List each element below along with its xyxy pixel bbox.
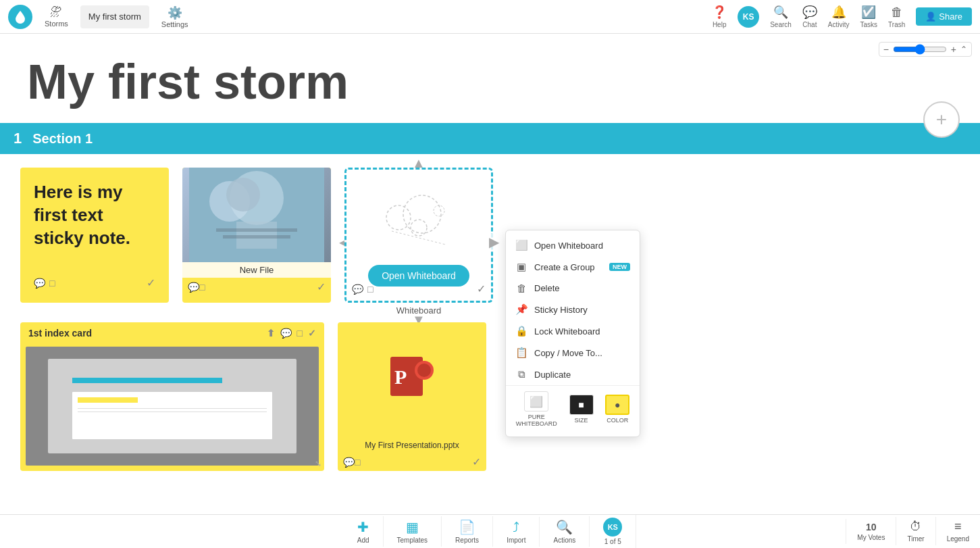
trash-icon: 🗑 [891, 5, 903, 20]
zoom-bar: − + ⌃ [879, 42, 972, 57]
pptx-attach-icon: □ [355, 457, 360, 468]
navbar: ⛈ Storms My first storm ⚙️ Settings ❓ He… [0, 0, 980, 34]
zoom-out-button[interactable]: − [883, 44, 889, 55]
check-icon: ✓ [147, 276, 155, 289]
svg-point-11 [434, 205, 444, 216]
lock-icon: 🔒 [515, 325, 527, 337]
toolbar-add[interactable]: ✚ Add [344, 516, 384, 547]
tasks-button[interactable]: ☑️ Tasks [860, 5, 878, 28]
sticky-text: Here is my first text sticky note. [34, 181, 155, 249]
duplicate-icon: ⧉ [515, 368, 527, 380]
size-tool[interactable]: ■ SIZE [569, 395, 594, 424]
app-logo[interactable] [8, 5, 32, 29]
index-label: 1st index card [28, 328, 92, 339]
add-circle-button[interactable]: + [923, 101, 960, 138]
menu-create-group[interactable]: ▣ Create a Group NEW [506, 256, 640, 278]
attach-icon: □ [49, 278, 55, 289]
index-preview-inner [48, 359, 297, 454]
menu-copy-move[interactable]: 📋 Copy / Move To... [506, 342, 640, 364]
delete-label: Delete [534, 283, 560, 293]
size-label: SIZE [574, 417, 588, 424]
pptx-logo: P [385, 353, 439, 407]
idx-comment-icon: 💬 [280, 328, 292, 339]
storms-nav[interactable]: ⛈ Storms [38, 3, 75, 30]
color-label: COLOR [607, 417, 628, 424]
menu-open-whiteboard[interactable]: ⬜ Open Whiteboard [506, 234, 640, 256]
resize-handle[interactable]: ⤡ [315, 459, 321, 468]
timer-button[interactable]: ⏱ Timer [896, 517, 935, 545]
legend-label: Legend [947, 535, 969, 543]
legend-button[interactable]: ≡ Legend [935, 517, 980, 545]
tasks-icon: ☑️ [861, 5, 876, 20]
help-button[interactable]: ❓ Help [712, 5, 727, 28]
idx-check-icon: ✓ [308, 328, 316, 339]
menu-lock-whiteboard[interactable]: 🔒 Lock Whiteboard [506, 320, 640, 342]
whiteboard-preview [346, 184, 491, 265]
main-canvas: − + ⌃ + My first storm 1 Section 1 Here … [0, 34, 980, 514]
pure-wb-icon-box: ⬜ [524, 391, 548, 412]
toolbar-reports[interactable]: 📄 Reports [442, 516, 493, 547]
cards-area: Here is my first text sticky note. 💬 □ ✓ [0, 154, 980, 329]
pptx-label: My First Presentation.pptx [338, 438, 486, 453]
toolbar-import[interactable]: ⤴ Import [493, 517, 540, 547]
wb-check-icon: ✓ [477, 282, 486, 295]
index-header: 1st index card ⬆ 💬 □ ✓ [20, 322, 324, 344]
toolbar-user[interactable]: KS 1 of 5 [590, 515, 636, 548]
user-avatar[interactable]: KS [738, 6, 759, 28]
delete-icon: 🗑 [515, 282, 527, 294]
sticky-history-label: Sticky History [534, 305, 588, 315]
menu-sticky-history[interactable]: 📌 Sticky History [506, 299, 640, 320]
chat-button[interactable]: 💬 Chat [802, 5, 817, 28]
page-title: My first storm [0, 34, 980, 123]
share-button[interactable]: 👤 Share [916, 7, 972, 26]
preview-blue-bar [72, 378, 222, 383]
current-tab[interactable]: My first storm [80, 5, 149, 28]
menu-duplicate[interactable]: ⧉ Duplicate [506, 364, 640, 385]
svg-line-10 [392, 231, 446, 245]
preview-white-box [72, 392, 272, 439]
file-card[interactable]: New File 💬 □ ✓ [182, 168, 331, 303]
toolbar-templates[interactable]: ▦ Templates [384, 516, 442, 547]
pptx-check-icon: ✓ [472, 455, 481, 468]
color-tool[interactable]: ● COLOR [605, 395, 629, 424]
svg-point-4 [226, 178, 260, 211]
arrow-right[interactable]: ▶ [485, 233, 502, 251]
index-preview [26, 347, 319, 466]
add-icon: ✚ [357, 519, 369, 535]
section-number: 1 [14, 130, 22, 147]
size-icon-box: ■ [569, 395, 594, 415]
toolbar-actions[interactable]: 🔍 Actions [540, 516, 590, 547]
my-votes-button[interactable]: 10 My Votes [846, 519, 896, 544]
menu-bottom-tools: ⬜ PUREWHITEBOARD ■ SIZE ● COLOR [506, 385, 640, 432]
activity-icon: 🔔 [831, 5, 846, 20]
zoom-expand[interactable]: ⌃ [960, 45, 967, 54]
file-comment-icon: 💬 [188, 282, 199, 293]
duplicate-label: Duplicate [534, 370, 571, 380]
trash-button[interactable]: 🗑 Trash [888, 5, 905, 28]
sticky-note-card[interactable]: Here is my first text sticky note. 💬 □ ✓ [20, 168, 169, 303]
lock-label: Lock Whiteboard [534, 326, 600, 337]
file-label: New File [182, 262, 331, 278]
import-icon: ⤴ [513, 520, 519, 535]
chat-icon: 💬 [802, 5, 817, 20]
new-badge: NEW [609, 263, 630, 271]
zoom-slider[interactable] [893, 44, 947, 55]
search-button[interactable]: 🔍 Search [770, 5, 792, 28]
whiteboard-card[interactable]: Open Whiteboard 💬 □ ✓ [344, 168, 493, 303]
section-header: 1 Section 1 [0, 123, 980, 154]
index-card[interactable]: 1st index card ⬆ 💬 □ ✓ [20, 322, 324, 471]
pptx-footer: 💬 □ ✓ [338, 453, 486, 471]
sticky-footer: 💬 □ ✓ [34, 276, 155, 289]
settings-nav[interactable]: ⚙️ Settings [155, 3, 195, 31]
activity-button[interactable]: 🔔 Activity [828, 5, 850, 28]
zoom-in-button[interactable]: + [951, 44, 956, 55]
reports-label: Reports [455, 537, 479, 544]
timer-label: Timer [907, 535, 924, 543]
reports-icon: 📄 [459, 519, 475, 535]
pptx-card[interactable]: P My First Presentation.pptx 💬 □ ✓ [338, 322, 486, 471]
svg-point-9 [411, 220, 427, 236]
idx-attach-icon: □ [297, 328, 303, 339]
pure-whiteboard-tool[interactable]: ⬜ PUREWHITEBOARD [516, 391, 557, 427]
menu-delete[interactable]: 🗑 Delete [506, 278, 640, 299]
wb-attach-icon: □ [367, 284, 373, 295]
